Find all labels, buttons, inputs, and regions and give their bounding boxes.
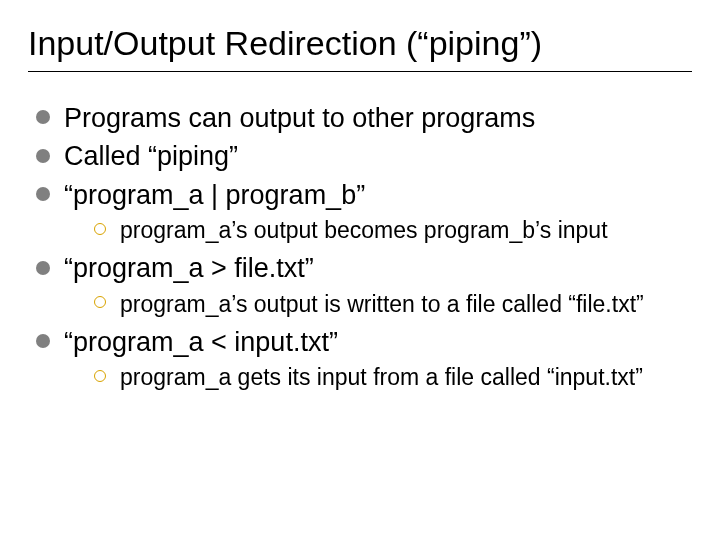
sub-bullet-list: program_a gets its input from a file cal… — [64, 362, 692, 393]
list-item-label: “program_a < input.txt” — [64, 327, 338, 357]
slide-title: Input/Output Redirection (“piping”) — [28, 24, 692, 63]
list-item: “program_a > file.txt” program_a’s outpu… — [36, 250, 692, 319]
slide: Input/Output Redirection (“piping”) Prog… — [0, 0, 720, 540]
list-item-label: “program_a | program_b” — [64, 180, 365, 210]
list-item-label: “program_a > file.txt” — [64, 253, 314, 283]
list-item-label: program_a gets its input from a file cal… — [120, 364, 643, 390]
list-item: “program_a | program_b” program_a’s outp… — [36, 177, 692, 246]
list-item-label: Programs can output to other programs — [64, 103, 535, 133]
list-item-label: program_a’s output becomes program_b’s i… — [120, 217, 608, 243]
list-item-label: Called “piping” — [64, 141, 238, 171]
list-item: program_a gets its input from a file cal… — [94, 362, 692, 393]
list-item: Called “piping” — [36, 138, 692, 174]
title-underline — [28, 71, 692, 72]
list-item-label: program_a’s output is written to a file … — [120, 291, 644, 317]
sub-bullet-list: program_a’s output becomes program_b’s i… — [64, 215, 692, 246]
list-item: program_a’s output becomes program_b’s i… — [94, 215, 692, 246]
list-item: “program_a < input.txt” program_a gets i… — [36, 324, 692, 393]
sub-bullet-list: program_a’s output is written to a file … — [64, 289, 692, 320]
list-item: program_a’s output is written to a file … — [94, 289, 692, 320]
list-item: Programs can output to other programs — [36, 100, 692, 136]
bullet-list: Programs can output to other programs Ca… — [28, 100, 692, 393]
